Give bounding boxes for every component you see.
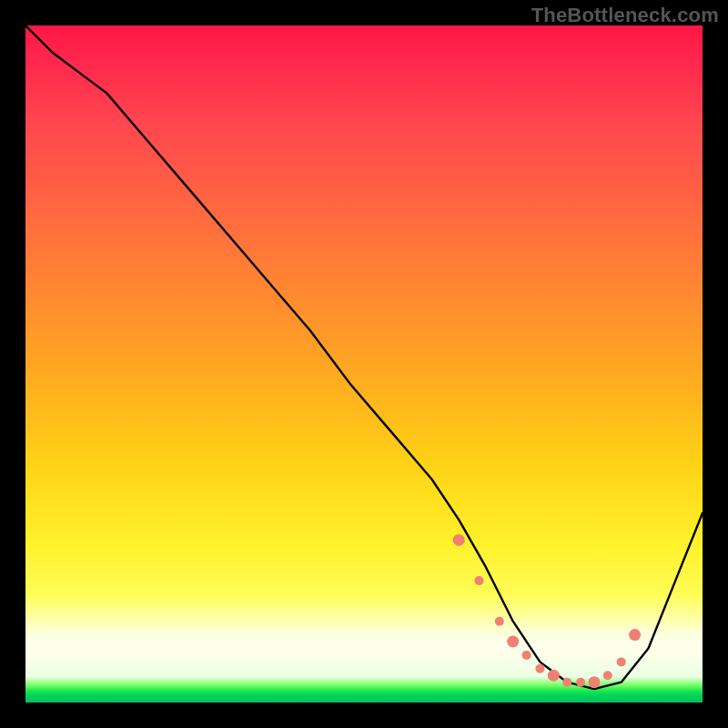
marker-dot: [475, 576, 484, 585]
bottleneck-curve-path: [25, 25, 703, 689]
marker-dot: [562, 678, 571, 687]
marker-dot: [603, 671, 612, 680]
marker-dot: [548, 670, 560, 682]
marker-dot: [507, 636, 519, 648]
marker-dot: [453, 534, 465, 546]
curve-layer: [25, 25, 703, 703]
marker-dot: [629, 629, 641, 641]
marker-dot: [522, 651, 531, 660]
marker-dot: [576, 678, 585, 687]
marker-dot: [535, 664, 544, 673]
plot-area: [25, 25, 703, 703]
watermark-text: TheBottleneck.com: [531, 4, 719, 27]
chart-frame: TheBottleneck.com: [0, 0, 728, 728]
marker-dot: [495, 617, 504, 626]
marker-dot: [589, 676, 601, 688]
marker-dot: [617, 657, 626, 666]
